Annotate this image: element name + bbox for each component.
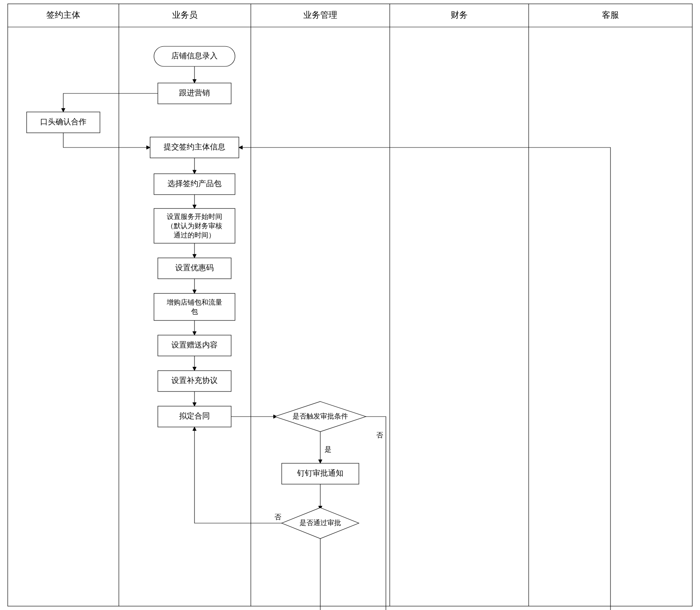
- lane-header-3: 业务管理: [303, 10, 337, 20]
- node-start-label: 店铺信息录入: [171, 51, 218, 60]
- node-gift-label: 设置赠送内容: [171, 341, 218, 349]
- node-supp-label: 设置补充协议: [171, 376, 218, 385]
- lane-header-2: 业务员: [172, 10, 198, 20]
- node-verbal-label: 口头确认合作: [40, 117, 86, 126]
- node-trigger-label: 是否触发审批条件: [293, 412, 348, 420]
- frame: [8, 4, 692, 606]
- swimlane-diagram: 签约主体 业务员 业务管理 财务 客服 店铺信息录入 跟进营销 口头确认合作 提…: [0, 0, 700, 610]
- node-ding-label: 钉钉审批通知: [297, 469, 343, 477]
- edge-trigger-yes-label: 是: [325, 446, 331, 453]
- node-pass-label: 是否通过审批: [299, 519, 341, 527]
- lane-header-4: 财务: [451, 10, 468, 20]
- node-draft-label: 拟定合同: [179, 412, 210, 420]
- edge-trigger-no-label: 否: [376, 431, 383, 439]
- lane-header-1: 签约主体: [46, 10, 80, 20]
- node-coupon-label: 设置优惠码: [175, 263, 214, 272]
- node-settime-l1: 设置服务开始时间: [167, 213, 222, 220]
- node-choose-pkg-label: 选择签约产品包: [167, 179, 221, 188]
- node-submit-label: 提交签约主体信息: [164, 142, 225, 151]
- node-settime-l3: 通过的时间）: [174, 231, 215, 239]
- node-addon: [154, 293, 235, 320]
- node-settime-l2: （默认为财务审核: [167, 222, 222, 230]
- node-follow-label: 跟进营销: [179, 88, 210, 97]
- edge-pass-no-label: 否: [274, 513, 281, 521]
- node-addon-l2: 包: [191, 308, 198, 315]
- lane-header-5: 客服: [602, 10, 619, 20]
- node-addon-l1: 增购店铺包和流量: [166, 298, 222, 306]
